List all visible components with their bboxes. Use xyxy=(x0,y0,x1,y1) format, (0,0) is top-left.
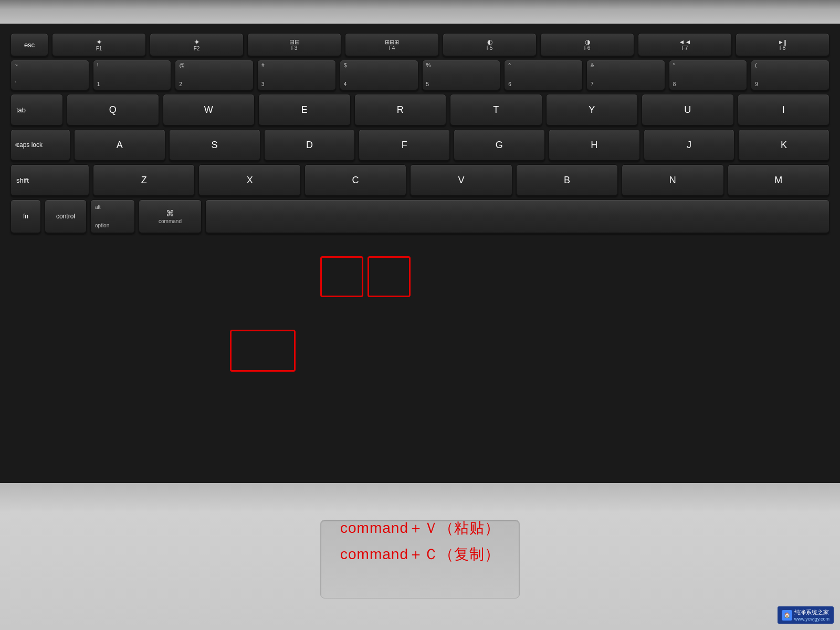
key-h[interactable]: H xyxy=(549,129,640,161)
f5-label: F5 xyxy=(487,46,493,51)
bezel-top xyxy=(0,0,840,24)
key-t[interactable]: T xyxy=(450,94,542,125)
number-key-row: ~ ` ! 1 @ 2 # 3 $ 4 % 5 xyxy=(10,60,830,90)
key-backtick[interactable]: ~ ` xyxy=(10,60,89,90)
n-label: N xyxy=(669,175,676,185)
key-tab[interactable]: tab xyxy=(10,94,63,125)
f2-icon: ✦ xyxy=(194,38,200,46)
key-q[interactable]: Q xyxy=(67,94,159,125)
key-m[interactable]: M xyxy=(728,164,830,196)
key-control[interactable]: control xyxy=(45,200,87,233)
key-f4[interactable]: ⊞⊞⊞ F4 xyxy=(345,33,439,56)
key-g[interactable]: G xyxy=(454,129,545,161)
key-esc[interactable]: esc xyxy=(10,33,48,56)
key-f8[interactable]: ►‖ F8 xyxy=(736,33,830,56)
key-c[interactable]: C xyxy=(304,164,406,196)
tab-label: tab xyxy=(16,106,26,114)
z-label: Z xyxy=(141,175,147,185)
command-label: command xyxy=(159,218,182,224)
key-f7[interactable]: ◄◄ F7 xyxy=(638,33,732,56)
x-label: X xyxy=(247,175,253,185)
key-4[interactable]: $ 4 xyxy=(340,60,418,90)
key-e[interactable]: E xyxy=(258,94,351,125)
key-f2[interactable]: ✦ F2 xyxy=(150,33,244,56)
f8-icon: ►‖ xyxy=(778,39,787,46)
key-n[interactable]: N xyxy=(622,164,723,196)
key-8[interactable]: * 8 xyxy=(669,60,748,90)
caps-label: caps lock xyxy=(16,141,43,149)
key-s[interactable]: S xyxy=(169,129,260,161)
key6-top: ^ xyxy=(508,63,511,68)
f6-icon: ◑ xyxy=(585,38,590,46)
key-command-left[interactable]: ⌘ command xyxy=(139,200,202,233)
q-label: Q xyxy=(109,105,117,114)
key-a[interactable]: A xyxy=(74,129,165,161)
keyboard-photo: esc ✦ F1 ✦ F2 ⊟⊟ F3 ⊞⊞⊞ F4 ◐ F5 xyxy=(0,0,840,630)
s-label: S xyxy=(212,140,218,150)
f3-icon: ⊟⊟ xyxy=(289,38,300,46)
key-u[interactable]: U xyxy=(642,94,734,125)
key-i[interactable]: I xyxy=(738,94,830,125)
g-label: G xyxy=(496,140,503,150)
key-capslock[interactable]: caps lock xyxy=(10,129,70,161)
key-x[interactable]: X xyxy=(198,164,300,196)
key-y[interactable]: Y xyxy=(546,94,638,125)
v-label: V xyxy=(458,175,464,185)
key-w[interactable]: W xyxy=(163,94,255,125)
key-f[interactable]: F xyxy=(359,129,450,161)
key-shift-left[interactable]: shift xyxy=(10,164,89,196)
b-label: B xyxy=(564,175,570,185)
key-f3[interactable]: ⊟⊟ F3 xyxy=(247,33,341,56)
key-3[interactable]: # 3 xyxy=(257,60,336,90)
f1-label: F1 xyxy=(96,46,102,51)
key-7[interactable]: & 7 xyxy=(586,60,665,90)
key-space[interactable] xyxy=(205,200,830,233)
fn-key-row: esc ✦ F1 ✦ F2 ⊟⊟ F3 ⊞⊞⊞ F4 ◐ F5 xyxy=(10,33,830,56)
i-label: I xyxy=(782,105,785,114)
key-2[interactable]: @ 2 xyxy=(175,60,254,90)
key8-top: * xyxy=(673,63,675,68)
zxcv-key-row: shift Z X C V B N M xyxy=(10,164,830,196)
w-label: W xyxy=(204,105,213,114)
key-f5[interactable]: ◐ F5 xyxy=(443,33,537,56)
annotation-command-c: command＋Ｃ（复制） xyxy=(0,544,840,564)
a-label: A xyxy=(117,140,123,150)
j-label: J xyxy=(687,140,691,150)
key-v[interactable]: V xyxy=(410,164,512,196)
f4-icon: ⊞⊞⊞ xyxy=(385,39,399,46)
f1-icon: ✦ xyxy=(96,38,102,46)
key-d[interactable]: D xyxy=(264,129,355,161)
d-label: D xyxy=(306,140,313,150)
f8-label: F8 xyxy=(780,46,786,51)
t-label: T xyxy=(493,105,499,114)
f6-label: F6 xyxy=(584,46,591,51)
e-label: E xyxy=(301,105,308,114)
m-label: M xyxy=(774,175,782,185)
key1-bottom: 1 xyxy=(97,82,100,87)
key-b[interactable]: B xyxy=(516,164,618,196)
key-f1[interactable]: ✦ F1 xyxy=(52,33,146,56)
key-5[interactable]: % 5 xyxy=(422,60,501,90)
shift-label: shift xyxy=(16,176,29,184)
f-label: F xyxy=(402,140,407,150)
key-9[interactable]: ( 9 xyxy=(751,60,830,90)
watermark-site-name: 纯净系统之家 xyxy=(794,608,830,616)
key-k[interactable]: K xyxy=(738,129,830,161)
bottom-key-row: fn control alt option ⌘ command xyxy=(10,200,830,233)
key-option[interactable]: alt option xyxy=(90,200,135,233)
alt-label: alt xyxy=(95,204,101,210)
key1-top: ! xyxy=(97,63,99,68)
key-6[interactable]: ^ 6 xyxy=(504,60,583,90)
key-f6[interactable]: ◑ F6 xyxy=(540,33,634,56)
key-z[interactable]: Z xyxy=(93,164,195,196)
annotation-command-v: command＋Ｖ（粘贴） xyxy=(0,518,840,538)
key-r[interactable]: R xyxy=(354,94,447,125)
key-fn-key[interactable]: fn xyxy=(10,200,41,233)
key9-top: ( xyxy=(755,63,757,68)
watermark: 🏠 纯净系统之家 www.ycwjgy.com xyxy=(778,606,834,624)
key-1[interactable]: ! 1 xyxy=(93,60,172,90)
k-label: K xyxy=(781,140,787,150)
fn-label: fn xyxy=(23,213,28,220)
key-j[interactable]: J xyxy=(644,129,735,161)
watermark-url: www.ycwjgy.com xyxy=(794,616,830,622)
